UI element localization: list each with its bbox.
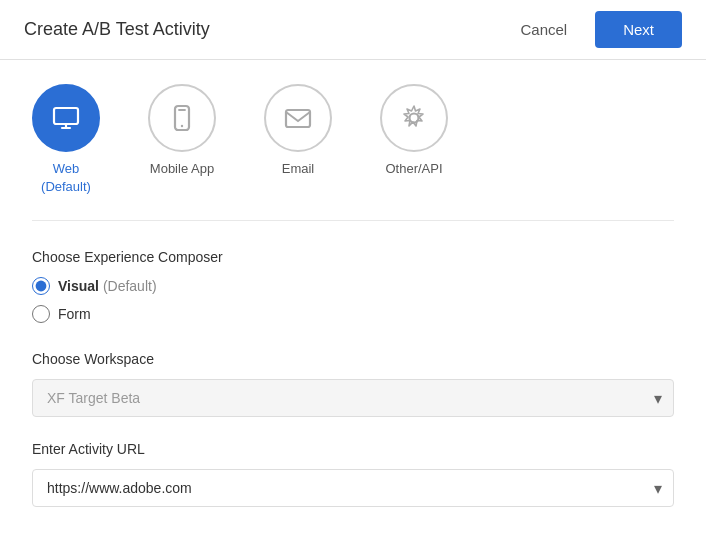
activity-type-other[interactable]: Other/API <box>380 84 448 178</box>
composer-radio-group: Visual (Default) Form <box>32 277 674 323</box>
svg-point-4 <box>181 125 183 127</box>
page-title: Create A/B Test Activity <box>24 19 210 40</box>
email-icon-circle <box>264 84 332 152</box>
mobile-icon <box>166 102 198 134</box>
experience-composer-section: Choose Experience Composer Visual (Defau… <box>32 249 674 323</box>
url-input[interactable] <box>32 469 674 507</box>
composer-section-label: Choose Experience Composer <box>32 249 674 265</box>
workspace-section: Choose Workspace XF Target Beta ▾ <box>32 351 674 417</box>
url-section: Enter Activity URL ▾ <box>32 441 674 507</box>
activity-types-row: Web(Default) Mobile App Email <box>32 84 674 221</box>
url-section-label: Enter Activity URL <box>32 441 674 457</box>
url-chevron-icon[interactable]: ▾ <box>654 479 662 498</box>
visual-radio-input[interactable] <box>32 277 50 295</box>
url-input-wrapper: ▾ <box>32 469 674 507</box>
header-actions: Cancel Next <box>508 11 682 48</box>
monitor-icon <box>50 102 82 134</box>
visual-radio-label: Visual (Default) <box>58 278 157 294</box>
activity-type-web[interactable]: Web(Default) <box>32 84 100 196</box>
mobile-label: Mobile App <box>150 160 214 178</box>
next-button[interactable]: Next <box>595 11 682 48</box>
svg-rect-6 <box>286 110 310 127</box>
form-radio-input[interactable] <box>32 305 50 323</box>
email-icon <box>282 102 314 134</box>
mobile-icon-circle <box>148 84 216 152</box>
form-radio-label: Form <box>58 306 91 322</box>
activity-type-mobile[interactable]: Mobile App <box>148 84 216 178</box>
email-label: Email <box>282 160 315 178</box>
activity-type-email[interactable]: Email <box>264 84 332 178</box>
workspace-select[interactable]: XF Target Beta <box>32 379 674 417</box>
visual-radio-item[interactable]: Visual (Default) <box>32 277 674 295</box>
other-label: Other/API <box>385 160 442 178</box>
main-content: Web(Default) Mobile App Email <box>0 60 706 541</box>
page-header: Create A/B Test Activity Cancel Next <box>0 0 706 60</box>
other-icon-circle <box>380 84 448 152</box>
workspace-section-label: Choose Workspace <box>32 351 674 367</box>
form-radio-item[interactable]: Form <box>32 305 674 323</box>
web-icon-circle <box>32 84 100 152</box>
svg-rect-0 <box>54 108 78 124</box>
workspace-select-wrapper: XF Target Beta ▾ <box>32 379 674 417</box>
gear-icon <box>398 102 430 134</box>
cancel-button[interactable]: Cancel <box>508 13 579 46</box>
web-label: Web(Default) <box>41 160 91 196</box>
